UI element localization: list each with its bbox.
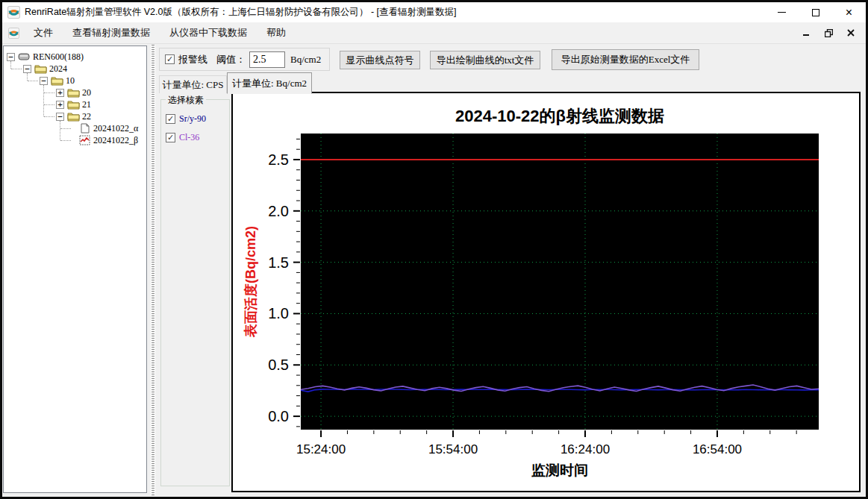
- measurement-chart: 0.00.51.01.52.02.515:24:0015:54:0016:24:…: [233, 93, 859, 491]
- export-excel-button[interactable]: 导出原始测量数据的Excel文件: [552, 49, 699, 70]
- tree-item-label: REN600(188): [33, 51, 84, 63]
- window-title: RenriRate辐射剂量管理软件 V2.0版（版权所有：上海仁日辐射防护设备有…: [25, 6, 457, 19]
- tree-item-label: 22: [82, 111, 91, 122]
- threshold-input[interactable]: [249, 51, 285, 68]
- menu-items: 文件 查看辐射测量数据 从仪器中下载数据 帮助: [26, 22, 298, 43]
- mdi-restore-icon: [825, 29, 833, 37]
- nuclide-checkbox[interactable]: ✓: [166, 133, 175, 142]
- nuclide-group-label: 选择核素: [166, 94, 206, 107]
- device-tree-panel: − REN600(188) − 2024 − 10 + 20 + 21 − 22…: [3, 45, 147, 493]
- minimize-icon: [778, 12, 786, 13]
- show-curve-points-button[interactable]: 显示曲线点符号: [340, 51, 420, 69]
- tree-item-label: 20241022_α: [93, 123, 138, 134]
- mdi-close-button[interactable]: [845, 28, 857, 38]
- y-axis-label: 表面活度(Bq/cm2): [243, 226, 258, 338]
- tree-item-label: 2024: [49, 63, 67, 75]
- nuclide-checkbox[interactable]: ✓: [166, 114, 175, 124]
- tree-node-icon: [78, 135, 91, 145]
- tree-expander-icon[interactable]: −: [23, 65, 31, 73]
- mdi-minimize-icon: [802, 29, 810, 37]
- y-tick-label: 0.0: [268, 408, 289, 424]
- x-tick-label: 16:54:00: [693, 442, 742, 456]
- menu-item-2[interactable]: 从仪器中下载数据: [162, 22, 255, 43]
- app-logo-icon: [7, 6, 20, 19]
- tree-expander-icon[interactable]: −: [40, 77, 48, 85]
- tree-item-20241022_β[interactable]: 20241022_β: [72, 134, 138, 146]
- y-tick-label: 2.0: [268, 203, 289, 219]
- tree-item-20241022_α[interactable]: 20241022_α: [72, 122, 138, 134]
- tree-node-icon: [67, 99, 80, 110]
- nuclide-item: ✓ Sr/y-90: [166, 113, 229, 125]
- tree-node-icon: [18, 51, 31, 62]
- y-tick-label: 0.5: [268, 357, 289, 373]
- splitter-grip-icon: [151, 45, 155, 495]
- menu-item-3[interactable]: 帮助: [259, 22, 293, 43]
- nuclide-item: ✓ Cl-36: [166, 132, 229, 143]
- maximize-icon: [812, 9, 819, 16]
- tree-expander-icon[interactable]: +: [56, 101, 64, 109]
- tree-expander-icon[interactable]: +: [56, 89, 64, 97]
- y-tick-label: 1.5: [268, 254, 289, 271]
- title-bar: RenriRate辐射剂量管理软件 V2.0版（版权所有：上海仁日辐射防护设备有…: [2, 2, 866, 22]
- tree-item-label: 10: [66, 75, 75, 87]
- x-tick-label: 15:54:00: [428, 442, 478, 456]
- panel-splitter[interactable]: [147, 45, 159, 495]
- y-tick-label: 1.0: [268, 305, 289, 321]
- nuclide-list: ✓ Sr/y-90 ✓ Cl-36: [161, 113, 229, 143]
- alarm-line-label: 报警线: [178, 53, 207, 66]
- mdi-window-controls: [800, 28, 866, 38]
- window-controls: ×: [765, 2, 866, 22]
- close-button[interactable]: ×: [832, 2, 866, 22]
- threshold-unit-label: Bq/cm2: [290, 54, 321, 66]
- maximize-button[interactable]: [799, 2, 832, 22]
- main-area: − REN600(188) − 2024 − 10 + 20 + 21 − 22…: [2, 45, 866, 497]
- export-txt-button[interactable]: 导出绘制曲线的txt文件: [430, 51, 540, 69]
- tree-item-2024[interactable]: − 2024: [23, 63, 67, 75]
- menu-item-1[interactable]: 查看辐射测量数据: [65, 22, 157, 43]
- alarm-line-groupbox: ✓ 报警线 阈值： Bq/cm2: [159, 48, 330, 71]
- tab-unit-cps[interactable]: 计量单位: CPS: [159, 75, 227, 93]
- threshold-label: 阈值：: [216, 53, 246, 66]
- mdi-restore-button[interactable]: [822, 28, 834, 38]
- mdi-close-icon: [847, 29, 855, 37]
- tree-expander-icon[interactable]: −: [7, 53, 15, 61]
- menu-item-0[interactable]: 文件: [26, 22, 60, 43]
- tree-item-label: 20241022_β: [93, 135, 138, 146]
- tree-item-22[interactable]: − 22: [56, 110, 91, 122]
- menu-bar: 文件 查看辐射测量数据 从仪器中下载数据 帮助: [2, 22, 866, 44]
- nuclide-label: Cl-36: [179, 132, 199, 143]
- chart-panel: 0.00.51.01.52.02.515:24:0015:54:0016:24:…: [231, 92, 861, 492]
- tree-item-21[interactable]: + 21: [56, 98, 91, 110]
- plot-area: [301, 134, 819, 430]
- tree-expander-icon[interactable]: −: [56, 113, 64, 121]
- tree-node-icon: [67, 87, 80, 98]
- alarm-line-checkbox[interactable]: ✓: [165, 54, 175, 64]
- tree-item-label: 20: [82, 87, 91, 98]
- document-logo-icon: [8, 28, 19, 39]
- mdi-minimize-button[interactable]: [800, 28, 812, 38]
- tree-node-icon: [51, 75, 63, 86]
- x-tick-label: 16:24:00: [561, 442, 610, 456]
- close-icon: ×: [846, 9, 852, 16]
- minimize-button[interactable]: [765, 2, 799, 22]
- chart-title: 2024-10-22的β射线监测数据: [455, 107, 664, 125]
- nuclide-label: Sr/y-90: [179, 113, 206, 125]
- y-tick-label: 2.5: [268, 151, 289, 168]
- tree-node-icon: [34, 63, 47, 74]
- x-axis-label: 监测时间: [531, 462, 588, 478]
- app-window: RenriRate辐射剂量管理软件 V2.0版（版权所有：上海仁日辐射防护设备有…: [0, 0, 868, 499]
- tab-unit-bqcm2[interactable]: 计量单位: Bq/cm2: [227, 72, 312, 94]
- x-tick-label: 15:24:00: [296, 442, 346, 456]
- tree-node-icon: [78, 123, 91, 134]
- tree-item-REN600(188)[interactable]: − REN600(188): [7, 51, 84, 63]
- tree-item-10[interactable]: − 10: [40, 75, 75, 87]
- tree-item-label: 21: [82, 99, 91, 110]
- nuclide-select-groupbox: 选择核素 ✓ Sr/y-90 ✓ Cl-36: [160, 99, 230, 486]
- tree-node-icon: [67, 111, 80, 122]
- tree-item-20[interactable]: + 20: [56, 87, 91, 98]
